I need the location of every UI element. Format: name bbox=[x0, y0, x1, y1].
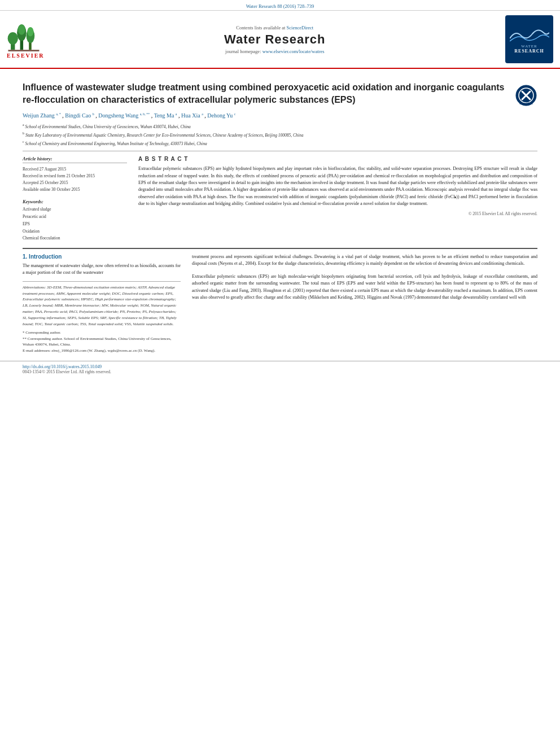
article-title: Influence of wastewater sludge treatment… bbox=[23, 81, 506, 107]
svg-point-7 bbox=[27, 27, 33, 36]
accepted-date: Accepted 25 October 2015 bbox=[23, 180, 127, 186]
keyword-1: Activated sludge bbox=[23, 206, 127, 213]
main-divider bbox=[23, 248, 537, 249]
author-teng: Teng Ma bbox=[154, 112, 174, 119]
elsevier-brand: ELSEVIER bbox=[7, 53, 45, 59]
abstract-section: A B S T R A C T Extracellular polymeric … bbox=[138, 156, 537, 242]
abstract-heading: A B S T R A C T bbox=[138, 156, 537, 162]
corresponding-author-1: * Corresponding author. bbox=[23, 330, 181, 336]
title-section: Influence of wastewater sludge treatment… bbox=[23, 81, 537, 107]
email-footnote: E-mail addresses: zhwj_1986@126.com (W. … bbox=[23, 348, 181, 354]
keyword-4: Oxidation bbox=[23, 228, 127, 235]
svg-rect-5 bbox=[29, 42, 32, 50]
revised-date: Received in revised form 21 October 2015 bbox=[23, 173, 127, 180]
page-wrapper: Water Research 88 (2016) 728–739 ELSEVIE… bbox=[0, 0, 560, 377]
affiliation-a: a School of Environmental Studies, China… bbox=[23, 123, 537, 130]
badge-wave-icon bbox=[510, 27, 549, 44]
svg-text:CrossMark: CrossMark bbox=[519, 102, 533, 105]
author-weijun: Weijun Zhang bbox=[23, 112, 55, 119]
issn-line: 0043-1354/© 2015 Elsevier Ltd. All right… bbox=[23, 369, 537, 374]
keyword-2: Peracetic acid bbox=[23, 213, 127, 221]
footnote-section: Abbreviations: 3D-EEM, Three-dimensional… bbox=[23, 281, 181, 354]
available-date: Available online 30 October 2015 bbox=[23, 186, 127, 193]
svg-point-1 bbox=[8, 32, 18, 45]
article-history-section: Article history: Received 27 August 2015… bbox=[23, 156, 127, 193]
copyright-line: © 2015 Elsevier Ltd. All rights reserved… bbox=[138, 211, 537, 216]
article-info-column: Article history: Received 27 August 2015… bbox=[23, 156, 127, 242]
bottom-two-col: 1. Introduction The management of wastew… bbox=[23, 254, 537, 354]
author-dongsheng: Dongsheng Wang bbox=[98, 112, 138, 119]
article-history-heading: Article history: bbox=[23, 156, 127, 163]
abbreviations-footnote: Abbreviations: 3D-EEM, Three-dimensional… bbox=[23, 285, 181, 327]
svg-point-4 bbox=[18, 24, 25, 34]
crossmark-icon: CrossMark bbox=[515, 84, 537, 107]
intro-para3: Extracellular polymeric substances (EPS)… bbox=[192, 273, 537, 302]
keyword-5: Chemical flocculation bbox=[23, 235, 127, 242]
author-hua: Hua Xia bbox=[181, 112, 200, 119]
elsevier-tree-icon bbox=[7, 20, 41, 51]
received-date: Received 27 August 2015 bbox=[23, 166, 127, 173]
sciencedirect-link[interactable]: ScienceDirect bbox=[287, 25, 314, 30]
doi-line: http://dx.doi.org/10.1016/j.watres.2015.… bbox=[23, 364, 537, 369]
authors-line: Weijun Zhang a, * , Bingdi Cao b , Dongs… bbox=[23, 111, 537, 120]
keyword-3: EPS bbox=[23, 221, 127, 228]
water-research-badge: WATER RESEARCH bbox=[505, 15, 553, 63]
affiliations: a School of Environmental Studies, China… bbox=[23, 123, 537, 146]
author-bingdi: Bingdi Cao bbox=[65, 112, 91, 119]
citation-text: Water Research 88 (2016) 728–739 bbox=[246, 3, 314, 9]
journal-header-center: Contents lists available at ScienceDirec… bbox=[45, 25, 505, 54]
keywords-heading: Keywords: bbox=[23, 199, 127, 204]
journal-homepage-link[interactable]: www.elsevier.com/locate/watres bbox=[262, 49, 325, 54]
contents-line: Contents lists available at ScienceDirec… bbox=[45, 25, 505, 30]
doi-link[interactable]: http://dx.doi.org/10.1016/j.watres.2015.… bbox=[23, 364, 102, 369]
badge-water-text: WATER bbox=[521, 44, 537, 49]
abstract-text: Extracellular polymeric substances (EPS)… bbox=[138, 165, 537, 207]
intro-left-column: 1. Introduction The management of wastew… bbox=[23, 254, 181, 354]
intro-para2: treatment process and represents signifi… bbox=[192, 254, 537, 268]
elsevier-logo: ELSEVIER bbox=[7, 20, 45, 59]
intro-para1: The management of wastewater sludge, now… bbox=[23, 263, 181, 277]
corresponding-author-2: ** Corresponding author. School of Envir… bbox=[23, 336, 181, 348]
svg-rect-8 bbox=[8, 50, 40, 51]
intro-heading: 1. Introduction bbox=[23, 254, 181, 260]
affiliation-c: c School of Chemistry and Environmental … bbox=[23, 139, 537, 147]
journal-title: Water Research bbox=[45, 32, 505, 47]
keywords-list: Activated sludge Peracetic acid EPS Oxid… bbox=[23, 206, 127, 242]
bottom-bar: http://dx.doi.org/10.1016/j.watres.2015.… bbox=[0, 361, 560, 377]
author-dehong: Dehong Yu bbox=[207, 112, 233, 119]
two-col-info-abstract: Article history: Received 27 August 2015… bbox=[23, 156, 537, 242]
affiliation-b: b State Key Laboratory of Environmental … bbox=[23, 131, 537, 138]
svg-rect-2 bbox=[20, 40, 24, 49]
journal-header: ELSEVIER Contents lists available at Sci… bbox=[0, 11, 560, 69]
badge-research-text: RESEARCH bbox=[514, 49, 544, 54]
journal-top-bar: Water Research 88 (2016) 728–739 bbox=[0, 0, 560, 11]
journal-homepage: journal homepage: www.elsevier.com/locat… bbox=[45, 49, 505, 54]
keywords-section: Keywords: Activated sludge Peracetic aci… bbox=[23, 199, 127, 242]
section-divider-1 bbox=[23, 151, 537, 151]
article-body: Influence of wastewater sludge treatment… bbox=[0, 69, 560, 354]
intro-right-column: treatment process and represents signifi… bbox=[192, 254, 537, 354]
